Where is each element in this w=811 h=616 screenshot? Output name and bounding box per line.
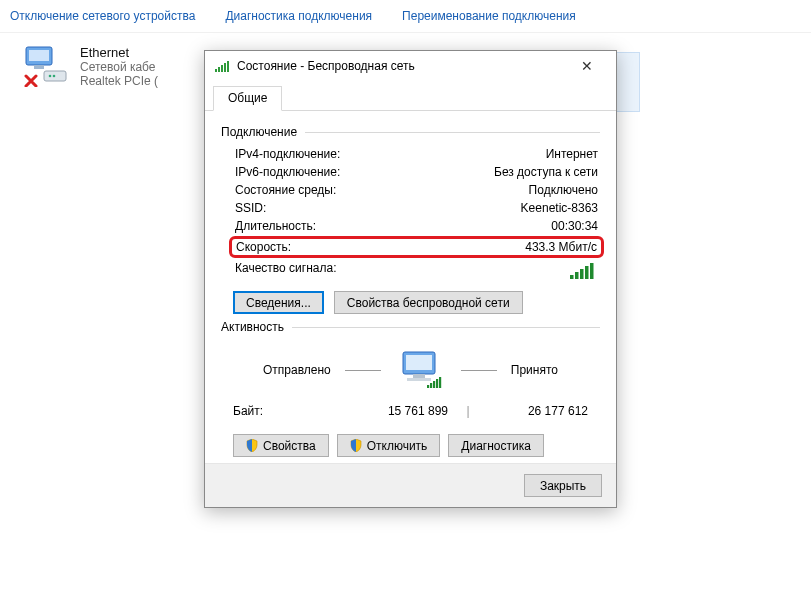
svg-rect-11	[227, 61, 229, 72]
ipv6-value: Без доступа к сети	[494, 165, 598, 179]
close-button[interactable]: Закрыть	[524, 474, 602, 497]
svg-rect-18	[406, 355, 432, 370]
group-connection-label: Подключение	[221, 125, 297, 139]
shield-icon	[246, 439, 258, 452]
properties-button[interactable]: Свойства	[233, 434, 329, 457]
bytes-label: Байт:	[233, 404, 303, 418]
group-activity: Активность	[221, 320, 600, 334]
ssid-value: Keenetic-8363	[521, 201, 598, 215]
adapter-name: Ethernet	[80, 45, 158, 60]
shield-icon	[350, 439, 362, 452]
activity-separator	[461, 370, 497, 371]
svg-rect-13	[575, 272, 579, 279]
duration-value: 00:30:34	[551, 219, 598, 233]
network-adapter-icon	[20, 45, 68, 87]
svg-point-4	[49, 75, 52, 78]
speed-row-highlight: Скорость: 433.3 Мбит/с	[229, 236, 604, 258]
svg-rect-24	[436, 379, 438, 388]
svg-rect-23	[433, 381, 435, 388]
tabstrip: Общие	[205, 85, 616, 111]
media-state-label: Состояние среды:	[235, 183, 336, 197]
disable-button-label: Отключить	[367, 439, 428, 453]
svg-rect-10	[224, 63, 226, 72]
diagnose-button[interactable]: Диагностика	[448, 434, 544, 457]
wireless-properties-button[interactable]: Свойства беспроводной сети	[334, 291, 523, 314]
sent-label: Отправлено	[263, 363, 331, 377]
svg-rect-21	[427, 385, 429, 388]
svg-rect-2	[34, 65, 44, 69]
duration-label: Длительность:	[235, 219, 316, 233]
svg-rect-25	[439, 377, 441, 388]
wifi-signal-icon	[215, 60, 231, 72]
svg-rect-20	[407, 378, 431, 381]
svg-rect-22	[430, 383, 432, 388]
ipv6-label: IPv6-подключение:	[235, 165, 340, 179]
svg-rect-16	[590, 263, 594, 279]
status-dialog: Состояние - Беспроводная сеть ✕ Общие По…	[204, 50, 617, 508]
svg-rect-7	[215, 69, 217, 72]
received-label: Принято	[511, 363, 558, 377]
group-activity-label: Активность	[221, 320, 284, 334]
svg-rect-9	[221, 65, 223, 72]
media-state-value: Подключено	[529, 183, 598, 197]
svg-rect-15	[585, 266, 589, 279]
svg-rect-12	[570, 275, 574, 279]
adapter-status: Сетевой кабе	[80, 60, 158, 74]
svg-point-5	[53, 75, 56, 78]
titlebar: Состояние - Беспроводная сеть ✕	[205, 51, 616, 81]
ipv4-value: Интернет	[546, 147, 598, 161]
svg-rect-8	[218, 67, 220, 72]
toolbar-diagnose[interactable]: Диагностика подключения	[225, 9, 372, 23]
close-icon[interactable]: ✕	[566, 53, 608, 79]
dialog-title: Состояние - Беспроводная сеть	[237, 59, 415, 73]
activity-separator	[345, 370, 381, 371]
svg-rect-14	[580, 269, 584, 279]
toolbar: Отключение сетевого устройства Диагности…	[0, 0, 811, 33]
ssid-label: SSID:	[235, 201, 266, 215]
bytes-separator: |	[448, 404, 488, 418]
signal-quality-label: Качество сигнала:	[235, 261, 336, 279]
group-connection: Подключение	[221, 125, 600, 139]
ipv4-label: IPv4-подключение:	[235, 147, 340, 161]
activity-monitor-icon	[395, 350, 447, 390]
properties-button-label: Свойства	[263, 439, 316, 453]
svg-rect-1	[29, 50, 49, 61]
speed-label: Скорость:	[236, 240, 291, 254]
svg-rect-19	[413, 374, 425, 378]
details-button[interactable]: Сведения...	[233, 291, 324, 314]
adapter-device: Realtek PCIe (	[80, 74, 158, 88]
disable-button[interactable]: Отключить	[337, 434, 441, 457]
tab-general[interactable]: Общие	[213, 86, 282, 111]
speed-value: 433.3 Мбит/с	[525, 240, 597, 254]
bytes-received-value: 26 177 612	[488, 404, 588, 418]
signal-quality-icon	[570, 261, 598, 279]
bytes-sent-value: 15 761 899	[348, 404, 448, 418]
toolbar-rename[interactable]: Переименование подключения	[402, 9, 576, 23]
toolbar-disable-device[interactable]: Отключение сетевого устройства	[10, 9, 195, 23]
